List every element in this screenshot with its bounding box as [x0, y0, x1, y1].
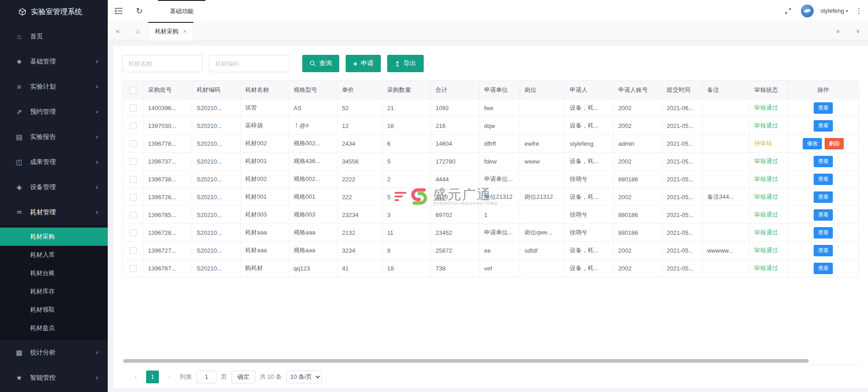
sidebar-item-统计分析[interactable]: ▦统计分析∨ — [0, 340, 108, 365]
cell-time: 2021-05... — [662, 153, 703, 170]
page-number-button[interactable]: 1 — [146, 371, 159, 383]
tab-consumable-purchase[interactable]: 耗材采购 × — [148, 22, 194, 40]
user-menu[interactable]: stylefeng ▾ — [820, 7, 848, 14]
prev-page-icon[interactable]: ‹ — [130, 373, 142, 381]
cell-applicant: 设备，耗... — [565, 260, 613, 277]
cell-code: S20210... — [192, 260, 240, 277]
row-checkbox[interactable] — [130, 194, 137, 201]
header-total: 合计 — [431, 81, 479, 99]
cell-post — [520, 170, 565, 188]
view-button[interactable]: 查看 — [814, 227, 833, 238]
sidebar-item-实验计划[interactable]: ≡实验计划∨ — [0, 74, 108, 99]
main-area: ↻ 基础功能 stylefeng ▾ ⋮ « ⌂ 耗材采购 × » — [108, 0, 868, 392]
cell-qty: 6 — [382, 135, 431, 153]
search-button[interactable]: 查询 — [302, 55, 339, 72]
cell-code: S20210... — [192, 188, 240, 206]
cell-total: 25872 — [431, 242, 479, 260]
table-header-row: 采购批号 耗材编码 耗材名称 规格型号 单价 采购数量 合计 申请单位 岗位 申… — [123, 81, 859, 99]
username-label: stylefeng — [820, 7, 844, 14]
select-all-checkbox[interactable] — [130, 87, 137, 94]
more-menu-icon[interactable]: ⋮ — [854, 6, 863, 15]
view-button[interactable]: 查看 — [814, 156, 833, 167]
tabs-dropdown-icon[interactable]: ∨ — [848, 22, 868, 40]
cell-status: 审核通过 — [749, 242, 788, 260]
sidebar-item-智能管控[interactable]: ★智能管控∨ — [0, 365, 108, 390]
sidebar-subitem-耗材库存[interactable]: 耗材库存 — [0, 282, 108, 301]
cell-account: 2002 — [613, 242, 662, 260]
app-logo[interactable]: 实验室管理系统 — [0, 0, 108, 24]
cell-remark — [702, 170, 749, 188]
menu-fold-icon[interactable] — [108, 0, 129, 22]
edit-button[interactable]: 修改 — [803, 138, 822, 149]
export-button[interactable]: ↥ 导出 — [387, 55, 424, 72]
cell-time: 2021-05... — [662, 242, 703, 260]
next-page-icon[interactable]: › — [163, 373, 175, 381]
home-tab-icon[interactable]: ⌂ — [128, 22, 148, 40]
row-checkbox[interactable] — [130, 122, 137, 129]
row-checkbox[interactable] — [130, 229, 137, 236]
row-checkbox[interactable] — [130, 265, 137, 272]
cell-unit: dqw — [479, 117, 520, 135]
view-button[interactable]: 查看 — [814, 245, 833, 256]
sidebar-item-基础管理[interactable]: ★基础管理∨ — [0, 49, 108, 74]
tabs-scroll-right-icon[interactable]: » — [828, 22, 848, 40]
cell-actions: 查看 — [788, 99, 859, 117]
sidebar-item-label: 设备管理 — [30, 183, 95, 191]
sidebar-subitem-耗材盘点[interactable]: 耗材盘点 — [0, 319, 108, 337]
sidebar-subitem-耗材入库[interactable]: 耗材入库 — [0, 246, 108, 264]
cell-code: S20210... — [192, 99, 240, 117]
consumable-name-input[interactable] — [122, 55, 203, 72]
delete-button[interactable]: 删除 — [825, 138, 844, 149]
sidebar-subitem-耗材领取[interactable]: 耗材领取 — [0, 301, 108, 319]
view-button[interactable]: 查看 — [814, 209, 833, 221]
fullscreen-icon[interactable] — [782, 0, 794, 22]
sidebar-item-预约管理[interactable]: ⇗预约管理∨ — [0, 99, 108, 124]
confirm-button[interactable]: 确定 — [231, 371, 255, 383]
cell-account: 2002 — [613, 117, 662, 135]
sidebar-subitem-耗材台账[interactable]: 耗材台账 — [0, 264, 108, 282]
chevron-down-icon: ∨ — [95, 109, 99, 114]
app-title: 实验室管理系统 — [31, 7, 82, 17]
row-checkbox[interactable] — [130, 158, 137, 165]
view-button[interactable]: 查看 — [814, 102, 833, 114]
header-actions: 操作 — [788, 81, 859, 99]
consumable-purchase-panel: 查询 + 申请 ↥ 导出 采购批号 耗材编码 耗 — [113, 46, 868, 388]
row-checkbox[interactable] — [130, 140, 137, 147]
cell-qty: 18 — [382, 260, 431, 277]
view-button[interactable]: 查看 — [814, 120, 833, 132]
cell-time: 2021-05... — [662, 170, 703, 188]
top-tab-basic[interactable]: 基础功能 — [158, 0, 205, 22]
goto-page-input[interactable] — [196, 371, 216, 383]
tabs-scroll-left-icon[interactable]: « — [108, 22, 128, 40]
row-checkbox[interactable] — [130, 105, 137, 111]
view-button[interactable]: 查看 — [814, 174, 833, 185]
sidebar-item-设备管理[interactable]: ◈设备管理∨ — [0, 175, 108, 200]
sidebar-item-实验报告[interactable]: ▤实验报告∨ — [0, 124, 108, 149]
tab-label: 耗材采购 — [155, 27, 179, 36]
book-icon: ◫ — [15, 158, 24, 166]
cube-logo-icon — [18, 8, 26, 16]
row-checkbox[interactable] — [130, 176, 137, 183]
sidebar-item-label: 成果管理 — [30, 158, 95, 166]
cell-total: 1092 — [431, 99, 479, 117]
consumable-code-input[interactable] — [209, 55, 289, 72]
sidebar-item-首页[interactable]: ⌂首页 — [0, 24, 108, 49]
row-checkbox[interactable] — [130, 247, 137, 254]
cell-unit: fdew — [479, 153, 520, 170]
cell-actions: 修改删除 — [788, 135, 859, 153]
view-button[interactable]: 查看 — [814, 191, 833, 203]
cell-status: 审核通过 — [749, 99, 788, 117]
sidebar-item-成果管理[interactable]: ◫成果管理∨ — [0, 149, 108, 175]
avatar[interactable] — [801, 5, 814, 17]
sidebar-subitem-耗材采购[interactable]: 耗材采购 — [0, 228, 108, 246]
tab-close-icon[interactable]: × — [183, 28, 187, 35]
page-size-select[interactable]: 10 条/页 — [286, 371, 322, 383]
horizontal-scrollbar[interactable] — [123, 359, 809, 363]
apply-button[interactable]: + 申请 — [346, 55, 381, 72]
refresh-icon[interactable]: ↻ — [129, 0, 150, 22]
content-area: 查询 + 申请 ↥ 导出 采购批号 耗材编码 耗 — [108, 40, 868, 392]
cell-unit: 单位21312 — [479, 188, 520, 206]
row-checkbox[interactable] — [130, 212, 137, 218]
view-button[interactable]: 查看 — [814, 263, 833, 274]
sidebar-item-耗材管理[interactable]: ♒耗材管理∧ — [0, 200, 108, 225]
